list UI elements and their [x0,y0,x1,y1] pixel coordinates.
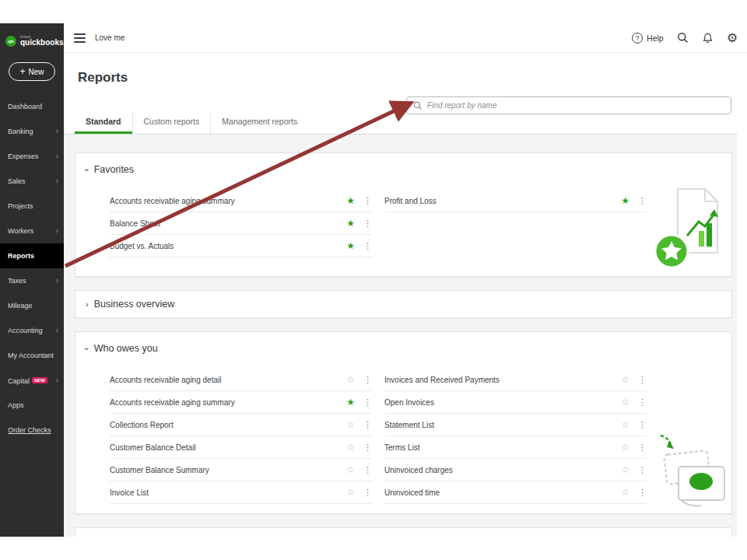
kebab-menu-icon[interactable]: ⋮ [638,466,647,474]
section-toggle-who-owes-you[interactable]: ›Who owes you [86,343,158,354]
report-link[interactable]: Invoices and Received Payments [384,376,621,384]
sidebar-item-banking[interactable]: Banking› [0,119,64,144]
sidebar-item-order-checks[interactable]: Order Checks [0,418,64,443]
favorite-star-outline-icon[interactable]: ☆ [621,443,630,452]
report-link[interactable]: Budget vs. Actuals [110,242,346,250]
report-row: Accounts receivable aging detail☆⋮ [110,369,372,391]
favorite-star-outline-icon[interactable]: ☆ [621,375,630,384]
report-link[interactable]: Terms List [384,443,621,452]
report-link[interactable]: Customer Balance Summary [110,466,346,474]
kebab-menu-icon[interactable]: ⋮ [638,398,647,407]
favorite-star-outline-icon[interactable]: ☆ [346,443,355,452]
kebab-menu-icon[interactable]: ⋮ [363,466,372,474]
notifications-bell-icon[interactable] [702,32,714,44]
kebab-menu-icon[interactable]: ⋮ [363,242,372,250]
kebab-menu-icon[interactable]: ⋮ [363,443,372,452]
kebab-menu-icon[interactable]: ⋮ [363,197,372,205]
kebab-menu-icon[interactable]: ⋮ [363,219,372,228]
plus-icon: + [19,67,25,76]
sidebar-item-my-accountant[interactable]: My Accountant [0,343,64,368]
sidebar-item-capital[interactable]: CapitalNEW› [0,368,64,393]
sidebar-item-workers[interactable]: Workers› [0,219,64,243]
favorite-star-outline-icon[interactable]: ☆ [621,465,630,474]
section-toggle-business-overview[interactable]: ›Business overview [86,299,174,310]
kebab-menu-icon[interactable]: ⋮ [638,443,647,452]
sidebar-item-sales[interactable]: Sales› [0,169,64,194]
sidebar-item-dashboard[interactable]: Dashboard [0,94,64,119]
favorite-star-outline-icon[interactable]: ☆ [346,488,355,497]
sidebar-item-taxes[interactable]: Taxes› [0,268,64,293]
favorite-star-outline-icon[interactable]: ☆ [621,420,630,429]
quickbooks-brand: qb intuit quickbooks [0,23,64,51]
favorite-star-filled-icon[interactable]: ★ [346,397,355,407]
report-link[interactable]: Accounts receivable aging summary [110,197,346,205]
report-link[interactable]: Balance Sheet [110,219,346,228]
report-row: Invoices and Received Payments☆⋮ [384,369,647,391]
sidebar-item-apps[interactable]: Apps [0,393,64,418]
favorite-star-outline-icon[interactable]: ☆ [621,488,630,497]
kebab-menu-icon[interactable]: ⋮ [363,398,372,407]
tab-label: Management reports [222,117,297,126]
new-button[interactable]: + New [9,62,55,81]
report-link[interactable]: Accounts receivable aging summary [110,398,346,407]
kebab-menu-icon[interactable]: ⋮ [363,488,372,497]
report-section-favorites: ›FavoritesAccounts receivable aging summ… [75,152,732,277]
report-row: Accounts receivable aging summary★⋮ [110,391,372,414]
kebab-menu-icon[interactable]: ⋮ [363,376,372,384]
sidebar-item-label: Dashboard [8,103,42,110]
report-link[interactable]: Profit and Loss [384,197,621,205]
main-content: Reports StandardCustom reportsManagement… [64,53,747,537]
favorite-star-outline-icon[interactable]: ☆ [346,375,355,384]
sidebar-item-projects[interactable]: Projects [0,194,64,219]
report-section-who-owes-you: ›Who owes youAccounts receivable aging d… [75,331,732,514]
kebab-menu-icon[interactable]: ⋮ [363,421,372,429]
sidebar-item-mileage[interactable]: Mileage [0,293,64,318]
report-link[interactable]: Collections Report [110,421,346,429]
report-link[interactable]: Uninvoiced time [384,488,621,497]
report-link[interactable]: Accounts receivable aging detail [110,376,346,384]
settings-gear-icon[interactable]: ⚙ [727,32,738,44]
section-toggle-favorites[interactable]: ›Favorites [86,164,134,175]
kebab-menu-icon[interactable]: ⋮ [638,197,647,205]
report-link[interactable]: Customer Balance Detail [110,443,346,452]
tab-management-reports[interactable]: Management reports [210,112,308,134]
report-link[interactable]: Uninvoiced charges [384,466,621,474]
help-button[interactable]: ? Help [632,33,664,44]
brand-text: intuit quickbooks [20,35,64,47]
report-link[interactable]: Invoice List [110,488,346,497]
sidebar-item-label: Order Checks [8,426,51,434]
help-label: Help [647,33,664,43]
favorite-star-filled-icon[interactable]: ★ [346,196,355,205]
page-title: Reports [78,70,128,86]
hamburger-menu-icon[interactable] [74,33,86,43]
find-report-input[interactable] [427,101,724,110]
report-link[interactable]: Statement List [384,421,621,429]
kebab-menu-icon[interactable]: ⋮ [638,421,647,429]
sidebar-item-accounting[interactable]: Accounting› [0,318,64,343]
kebab-menu-icon[interactable]: ⋮ [638,488,647,497]
kebab-menu-icon[interactable]: ⋮ [638,376,647,384]
report-column-right: Invoices and Received Payments☆⋮Open Inv… [384,369,647,504]
favorite-star-outline-icon[interactable]: ☆ [346,465,355,474]
favorite-star-outline-icon[interactable]: ☆ [621,397,630,407]
report-link[interactable]: Open Invoices [384,398,621,407]
sidebar-item-label: Apps [8,401,24,409]
search-icon[interactable] [677,32,689,44]
report-section-business-overview: ›Business overview [75,290,732,318]
report-row: Accounts receivable aging summary★⋮ [110,190,372,212]
report-column-right: Profit and Loss★⋮ [384,190,647,257]
favorite-star-filled-icon[interactable]: ★ [346,219,355,228]
new-badge: NEW [32,377,47,383]
screenshot-canvas: qb intuit quickbooks + New DashboardBank… [0,0,747,560]
sidebar-item-reports[interactable]: Reports [0,243,64,268]
sidebar-item-expenses[interactable]: Expenses› [0,144,64,169]
company-name: Love me [95,33,124,42]
favorite-star-filled-icon[interactable]: ★ [621,196,630,205]
favorite-star-outline-icon[interactable]: ☆ [346,420,355,429]
sidebar-item-label: Capital [8,377,30,385]
tab-standard[interactable]: Standard [75,112,132,134]
report-column-left: Accounts receivable aging summary★⋮Balan… [110,190,372,257]
favorite-star-filled-icon[interactable]: ★ [346,241,355,250]
chevron-right-icon: › [56,368,58,393]
tab-custom-reports[interactable]: Custom reports [132,112,211,134]
